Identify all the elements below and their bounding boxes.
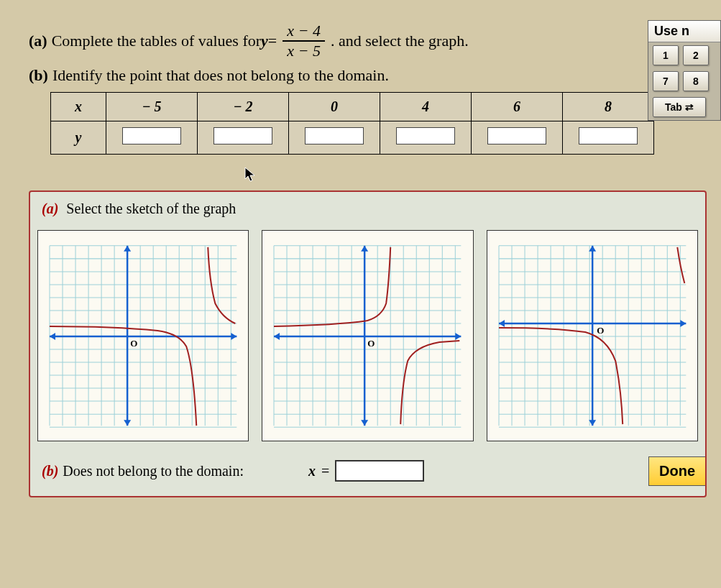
- domain-input[interactable]: [335, 460, 424, 482]
- x-cell: − 5: [106, 93, 198, 121]
- question-b: (b) Identify the point that does not bel…: [29, 66, 707, 85]
- values-table: x − 5 − 2 0 4 6 8 y: [50, 92, 654, 155]
- svg-marker-71: [274, 333, 280, 340]
- fraction: x − 4 x − 5: [283, 22, 325, 60]
- y-input-3[interactable]: [396, 127, 455, 144]
- y-input-2[interactable]: [305, 127, 364, 144]
- svg-text:O: O: [367, 338, 375, 349]
- table-row-x: x − 5 − 2 0 4 6 8: [51, 93, 654, 121]
- graph-option-3[interactable]: O: [487, 230, 698, 441]
- y-input-1[interactable]: [213, 127, 272, 144]
- key-7[interactable]: 7: [653, 71, 679, 91]
- svg-marker-35: [124, 420, 131, 426]
- done-button[interactable]: Done: [648, 456, 705, 486]
- panel-header-a: (a) Select the sketch of the graph: [30, 192, 705, 226]
- svg-marker-70: [456, 333, 461, 340]
- svg-text:O: O: [597, 325, 604, 336]
- x-cell: 8: [563, 93, 654, 121]
- svg-marker-33: [50, 333, 55, 340]
- row-header-x: x: [51, 93, 106, 121]
- keypad: Use n 1 2 7 8 Tab ⇄: [648, 20, 721, 121]
- svg-text:O: O: [130, 338, 137, 349]
- svg-marker-73: [361, 420, 368, 426]
- domain-row: (b) Does not belong to the domain: x = D…: [30, 446, 705, 496]
- answer-panel: (a) Select the sketch of the graph: [29, 190, 707, 497]
- x-cell: 4: [380, 93, 472, 121]
- svg-marker-72: [361, 246, 368, 252]
- graph-option-2[interactable]: O: [262, 230, 473, 441]
- graph-option-1[interactable]: O: [37, 230, 249, 441]
- x-cell: − 2: [198, 93, 289, 121]
- svg-marker-110: [589, 246, 596, 252]
- svg-marker-109: [499, 320, 505, 327]
- label-b: (b): [29, 66, 48, 85]
- key-2[interactable]: 2: [683, 45, 709, 65]
- svg-marker-111: [589, 420, 596, 426]
- table-row-y: y: [51, 121, 654, 155]
- question-a: (a) Complete the tables of values for y …: [29, 22, 707, 60]
- svg-marker-32: [231, 333, 236, 340]
- graphs-row: O: [30, 226, 705, 446]
- svg-marker-108: [680, 320, 686, 327]
- tab-arrows-icon: ⇄: [685, 98, 694, 116]
- label-a: (a): [29, 32, 47, 50]
- key-1[interactable]: 1: [653, 45, 679, 65]
- y-input-5[interactable]: [579, 127, 638, 144]
- key-tab[interactable]: Tab ⇄: [653, 97, 706, 117]
- svg-marker-34: [124, 246, 131, 252]
- row-header-y: y: [51, 121, 106, 155]
- y-input-4[interactable]: [487, 127, 546, 144]
- y-input-0[interactable]: [122, 127, 181, 144]
- x-cell: 0: [289, 93, 380, 121]
- keypad-title: Use n: [648, 21, 720, 42]
- key-8[interactable]: 8: [683, 71, 709, 91]
- x-cell: 6: [472, 93, 563, 121]
